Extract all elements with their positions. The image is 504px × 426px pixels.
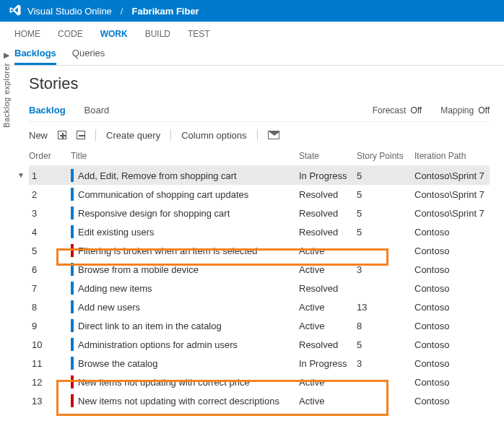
row-title-cell[interactable]: New items not updating with correct desc…: [71, 394, 299, 407]
row-title: Adding new items: [78, 283, 152, 294]
row-order: 2: [29, 189, 71, 200]
row-order: 3: [29, 208, 71, 219]
row-state: Active: [299, 302, 357, 313]
row-title-cell[interactable]: Browse from a mobile device: [71, 263, 299, 276]
table-row[interactable]: 7Adding new itemsResolvedContoso: [29, 279, 490, 297]
row-title-cell[interactable]: Responsive design for shopping cart: [71, 207, 299, 219]
table-row[interactable]: 6Browse from a mobile deviceActive3Conto…: [29, 260, 490, 279]
create-query-button[interactable]: Create query: [106, 130, 160, 141]
row-story-points: 8: [357, 321, 414, 331]
row-order: 7: [29, 283, 71, 294]
row-title-cell[interactable]: Add new users: [71, 300, 299, 313]
row-title: Edit existing users: [78, 227, 155, 238]
email-button[interactable]: [268, 131, 279, 139]
backlog-grid: Order Title State Story Points Iteration…: [29, 147, 490, 410]
table-row[interactable]: 3Responsive design for shopping cartReso…: [29, 204, 490, 222]
work-item-color-bar: [71, 375, 74, 388]
work-subnav: Backlogs Queries: [0, 43, 504, 65]
table-row[interactable]: 13New items not updating with correct de…: [29, 391, 490, 410]
hub-code[interactable]: CODE: [58, 29, 83, 39]
row-title-cell[interactable]: New items not updating with correct pric…: [71, 375, 299, 388]
table-row[interactable]: 12New items not updating with correct pr…: [29, 373, 490, 391]
new-button[interactable]: New: [29, 130, 48, 141]
work-item-color-bar: [71, 319, 74, 332]
row-title-cell[interactable]: Browse the catalog: [71, 357, 299, 370]
work-item-color-bar: [71, 282, 74, 295]
row-order: 11: [29, 358, 71, 369]
col-story-points[interactable]: Story Points: [357, 151, 414, 161]
col-state[interactable]: State: [299, 151, 357, 161]
row-state: In Progress: [299, 170, 357, 181]
row-story-points: 3: [357, 358, 414, 369]
hub-work[interactable]: WORK: [100, 29, 128, 39]
row-iteration-path: Contoso: [414, 227, 501, 238]
grid-header: Order Title State Story Points Iteration…: [29, 147, 490, 166]
row-title: Filtering is broken when an item is sele…: [78, 245, 258, 256]
row-state: Active: [299, 264, 357, 275]
forecast-value: Off: [410, 105, 422, 116]
row-iteration-path: Contoso: [414, 321, 501, 331]
hub-test[interactable]: TEST: [188, 29, 210, 39]
row-title-cell[interactable]: Direct link to an item in the catalog: [71, 319, 299, 332]
mapping-label: Mapping: [440, 105, 474, 116]
row-iteration-path: Contoso\Sprint 7: [414, 189, 501, 200]
row-title-cell[interactable]: Edit existing users: [71, 225, 299, 238]
breadcrumb-separator-icon: /: [121, 6, 123, 17]
col-title[interactable]: Title: [71, 151, 299, 161]
minus-box-icon: [77, 131, 85, 139]
table-row[interactable]: ▼1Add, Edit, Remove from shopping cartIn…: [29, 166, 490, 185]
row-state: Active: [299, 321, 357, 331]
row-state: Resolved: [299, 208, 357, 219]
chevron-right-icon: ▶: [4, 51, 9, 60]
col-iteration-path[interactable]: Iteration Path: [414, 151, 501, 161]
row-title-cell[interactable]: Administration options for admin users: [71, 338, 299, 351]
row-order: 1: [29, 170, 71, 181]
table-row[interactable]: 5Filtering is broken when an item is sel…: [29, 241, 490, 260]
row-order: 4: [29, 227, 71, 238]
table-row[interactable]: 8Add new usersActive13Contoso: [29, 297, 490, 316]
table-row[interactable]: 9Direct link to an item in the catalogAc…: [29, 316, 490, 335]
row-order: 8: [29, 302, 71, 313]
tab-queries[interactable]: Queries: [72, 48, 105, 65]
hub-nav: HOME CODE WORK BUILD TEST: [0, 22, 504, 43]
hub-build[interactable]: BUILD: [145, 29, 170, 39]
row-iteration-path: Contoso: [414, 283, 501, 294]
row-title: Communication of shopping cart updates: [78, 189, 248, 200]
work-item-color-bar: [71, 300, 74, 313]
mapping-toggle[interactable]: Mapping Off: [440, 105, 490, 116]
tab-backlogs[interactable]: Backlogs: [14, 48, 56, 65]
row-title-cell[interactable]: Communication of shopping cart updates: [71, 188, 299, 201]
hub-home[interactable]: HOME: [14, 29, 40, 39]
forecast-label: Forecast: [373, 105, 407, 116]
row-title: Responsive design for shopping cart: [78, 208, 230, 219]
row-title-cell[interactable]: Adding new items: [71, 282, 299, 295]
tab-backlog[interactable]: Backlog: [29, 105, 66, 116]
row-order: 5: [29, 245, 71, 256]
breadcrumb-product[interactable]: Visual Studio Online: [27, 6, 112, 17]
row-order: 10: [29, 339, 71, 350]
table-row[interactable]: 2Communication of shopping cart updatesR…: [29, 185, 490, 204]
row-state: Active: [299, 245, 357, 256]
row-title-cell[interactable]: Add, Edit, Remove from shopping cart: [71, 169, 299, 182]
work-item-color-bar: [71, 244, 74, 257]
column-options-button[interactable]: Column options: [181, 130, 246, 141]
collapse-button[interactable]: [77, 131, 85, 139]
mail-icon: [268, 131, 279, 139]
table-row[interactable]: 11Browse the catalogIn Progress3Contoso: [29, 354, 490, 373]
table-row[interactable]: 10Administration options for admin users…: [29, 335, 490, 354]
forecast-toggle[interactable]: Forecast Off: [373, 105, 422, 116]
table-row[interactable]: 4Edit existing usersResolved5Contoso: [29, 222, 490, 241]
tab-board[interactable]: Board: [84, 105, 110, 116]
work-item-color-bar: [71, 338, 74, 351]
breadcrumb-project[interactable]: Fabrikam Fiber: [131, 6, 199, 17]
add-child-button[interactable]: [58, 131, 66, 139]
row-title: Direct link to an item in the catalog: [78, 321, 222, 331]
col-order[interactable]: Order: [29, 151, 71, 161]
row-title-cell[interactable]: Filtering is broken when an item is sele…: [71, 244, 299, 257]
work-item-color-bar: [71, 169, 74, 182]
row-iteration-path: Contoso: [414, 302, 501, 313]
row-iteration-path: Contoso: [414, 377, 501, 388]
backlog-explorer-rail[interactable]: ▶ Backlog explorer: [1, 51, 12, 137]
row-story-points: 5: [357, 189, 414, 200]
work-item-color-bar: [71, 188, 74, 201]
